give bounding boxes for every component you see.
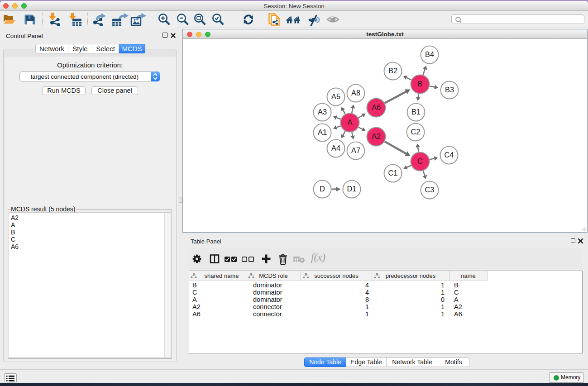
svg-text:A6: A6 (372, 103, 381, 111)
svg-text:B: B (418, 80, 423, 88)
svg-text:B3: B3 (445, 86, 454, 94)
svg-text:A5: A5 (331, 92, 340, 100)
svg-text:D1: D1 (347, 185, 357, 193)
svg-text:B1: B1 (411, 108, 421, 116)
svg-text:A1: A1 (318, 128, 327, 136)
svg-text:A2: A2 (372, 132, 381, 140)
svg-text:B2: B2 (388, 67, 397, 75)
svg-text:C1: C1 (388, 169, 398, 177)
svg-text:C: C (417, 157, 423, 165)
svg-text:C3: C3 (425, 186, 435, 194)
svg-text:A8: A8 (351, 89, 360, 97)
svg-text:D: D (320, 185, 325, 193)
svg-text:A: A (348, 118, 353, 126)
svg-text:B4: B4 (425, 50, 434, 58)
svg-text:A3: A3 (318, 108, 327, 116)
svg-text:A7: A7 (351, 146, 360, 154)
svg-text:C2: C2 (411, 128, 421, 136)
svg-text:A4: A4 (331, 144, 340, 152)
svg-text:C4: C4 (445, 151, 454, 159)
